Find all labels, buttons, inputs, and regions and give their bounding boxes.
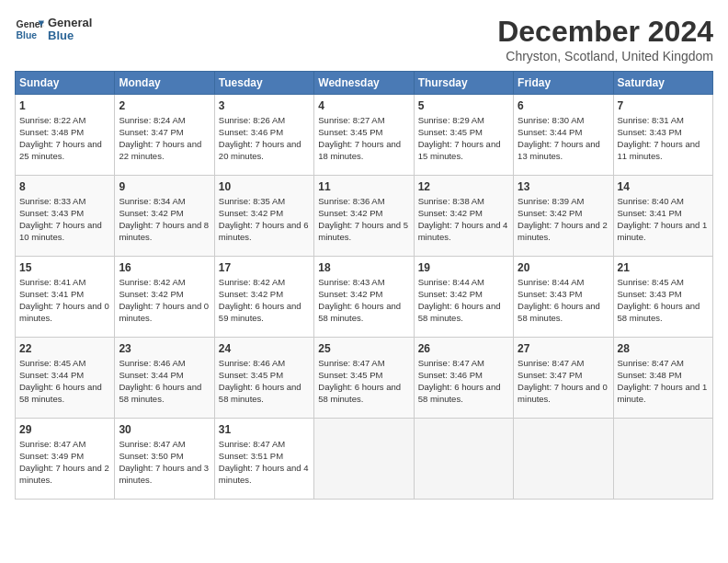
sunset-label: Sunset: 3:42 PM: [219, 208, 283, 218]
sunset-label: Sunset: 3:42 PM: [219, 289, 283, 299]
sunset-label: Sunset: 3:41 PM: [19, 289, 84, 299]
header-saturday: Saturday: [613, 72, 712, 95]
sunrise-label: Sunrise: 8:24 AM: [119, 115, 185, 125]
sunrise-label: Sunrise: 8:45 AM: [618, 277, 684, 287]
calendar-day-cell: 10 Sunrise: 8:35 AM Sunset: 3:42 PM Dayl…: [214, 176, 313, 257]
day-number: 6: [518, 98, 609, 113]
daylight-label: Daylight: 7 hours and 3 minutes.: [119, 463, 209, 485]
page-title: December 2024: [497, 15, 713, 49]
calendar-day-cell: 1 Sunrise: 8:22 AM Sunset: 3:48 PM Dayli…: [16, 95, 115, 176]
daylight-label: Daylight: 7 hours and 6 minutes.: [219, 220, 309, 242]
sunrise-label: Sunrise: 8:42 AM: [119, 277, 185, 287]
calendar-week-row: 1 Sunrise: 8:22 AM Sunset: 3:48 PM Dayli…: [16, 95, 713, 176]
sunset-label: Sunset: 3:45 PM: [418, 127, 483, 137]
day-number: 29: [19, 422, 110, 437]
sunrise-label: Sunrise: 8:46 AM: [219, 358, 285, 368]
calendar-day-cell: 12 Sunrise: 8:38 AM Sunset: 3:42 PM Dayl…: [414, 176, 513, 257]
sunrise-label: Sunrise: 8:29 AM: [418, 115, 484, 125]
daylight-label: Daylight: 7 hours and 18 minutes.: [318, 139, 401, 161]
header-monday: Monday: [115, 72, 214, 95]
sunset-label: Sunset: 3:43 PM: [518, 289, 582, 299]
sunset-label: Sunset: 3:48 PM: [19, 127, 84, 137]
day-number: 14: [618, 179, 709, 194]
sunset-label: Sunset: 3:45 PM: [318, 127, 382, 137]
calendar-day-cell: 22 Sunrise: 8:45 AM Sunset: 3:44 PM Dayl…: [16, 338, 115, 419]
calendar-day-cell: 25 Sunrise: 8:47 AM Sunset: 3:45 PM Dayl…: [314, 338, 414, 419]
calendar-day-cell: [514, 419, 613, 500]
calendar-week-row: 22 Sunrise: 8:45 AM Sunset: 3:44 PM Dayl…: [16, 338, 713, 419]
day-number: 15: [19, 260, 110, 275]
day-number: 5: [418, 98, 509, 113]
sunset-label: Sunset: 3:49 PM: [19, 451, 84, 461]
daylight-label: Daylight: 7 hours and 1 minute.: [618, 220, 708, 242]
sunrise-label: Sunrise: 8:35 AM: [219, 196, 285, 206]
svg-text:Blue: Blue: [17, 30, 38, 40]
calendar-day-cell: 9 Sunrise: 8:34 AM Sunset: 3:42 PM Dayli…: [115, 176, 214, 257]
sunset-label: Sunset: 3:42 PM: [318, 289, 382, 299]
sunset-label: Sunset: 3:50 PM: [119, 451, 183, 461]
day-number: 19: [418, 260, 509, 275]
day-number: 3: [219, 98, 310, 113]
logo-blue: Blue: [48, 29, 92, 42]
calendar-day-cell: 21 Sunrise: 8:45 AM Sunset: 3:43 PM Dayl…: [613, 257, 712, 338]
day-number: 16: [119, 260, 210, 275]
sunset-label: Sunset: 3:42 PM: [518, 208, 582, 218]
calendar-day-cell: 19 Sunrise: 8:44 AM Sunset: 3:42 PM Dayl…: [414, 257, 513, 338]
daylight-label: Daylight: 7 hours and 1 minute.: [618, 382, 708, 404]
calendar-day-cell: 15 Sunrise: 8:41 AM Sunset: 3:41 PM Dayl…: [16, 257, 115, 338]
daylight-label: Daylight: 7 hours and 4 minutes.: [219, 463, 309, 485]
header-thursday: Thursday: [414, 72, 513, 95]
header-sunday: Sunday: [16, 72, 115, 95]
sunset-label: Sunset: 3:48 PM: [618, 370, 682, 380]
day-number: 4: [318, 98, 409, 113]
calendar-day-cell: 11 Sunrise: 8:36 AM Sunset: 3:42 PM Dayl…: [314, 176, 414, 257]
sunset-label: Sunset: 3:43 PM: [618, 289, 682, 299]
daylight-label: Daylight: 7 hours and 2 minutes.: [19, 463, 109, 485]
calendar-week-row: 29 Sunrise: 8:47 AM Sunset: 3:49 PM Dayl…: [16, 419, 713, 500]
calendar-day-cell: 17 Sunrise: 8:42 AM Sunset: 3:42 PM Dayl…: [214, 257, 313, 338]
calendar-day-cell: 14 Sunrise: 8:40 AM Sunset: 3:41 PM Dayl…: [613, 176, 712, 257]
day-number: 13: [518, 179, 609, 194]
sunset-label: Sunset: 3:44 PM: [518, 127, 582, 137]
calendar-week-row: 15 Sunrise: 8:41 AM Sunset: 3:41 PM Dayl…: [16, 257, 713, 338]
calendar-day-cell: 30 Sunrise: 8:47 AM Sunset: 3:50 PM Dayl…: [115, 419, 214, 500]
sunset-label: Sunset: 3:43 PM: [19, 208, 84, 218]
sunrise-label: Sunrise: 8:33 AM: [19, 196, 85, 206]
calendar-day-cell: 5 Sunrise: 8:29 AM Sunset: 3:45 PM Dayli…: [414, 95, 513, 176]
sunrise-label: Sunrise: 8:40 AM: [618, 196, 684, 206]
day-number: 10: [219, 179, 310, 194]
daylight-label: Daylight: 7 hours and 0 minutes.: [19, 301, 109, 323]
calendar-day-cell: 3 Sunrise: 8:26 AM Sunset: 3:46 PM Dayli…: [214, 95, 313, 176]
sunrise-label: Sunrise: 8:34 AM: [119, 196, 185, 206]
sunset-label: Sunset: 3:44 PM: [119, 370, 183, 380]
day-number: 23: [119, 341, 210, 356]
sunset-label: Sunset: 3:42 PM: [119, 289, 183, 299]
daylight-label: Daylight: 7 hours and 11 minutes.: [618, 139, 700, 161]
daylight-label: Daylight: 6 hours and 58 minutes.: [318, 382, 401, 404]
daylight-label: Daylight: 6 hours and 58 minutes.: [418, 301, 501, 323]
sunset-label: Sunset: 3:42 PM: [418, 208, 483, 218]
calendar-day-cell: 13 Sunrise: 8:39 AM Sunset: 3:42 PM Dayl…: [514, 176, 613, 257]
sunrise-label: Sunrise: 8:30 AM: [518, 115, 584, 125]
sunset-label: Sunset: 3:47 PM: [119, 127, 183, 137]
sunrise-label: Sunrise: 8:44 AM: [518, 277, 584, 287]
day-number: 26: [418, 341, 509, 356]
daylight-label: Daylight: 7 hours and 0 minutes.: [518, 382, 608, 404]
day-number: 12: [418, 179, 509, 194]
daylight-label: Daylight: 6 hours and 58 minutes.: [19, 382, 102, 404]
sunset-label: Sunset: 3:51 PM: [219, 451, 283, 461]
calendar-day-cell: 8 Sunrise: 8:33 AM Sunset: 3:43 PM Dayli…: [16, 176, 115, 257]
calendar-day-cell: 27 Sunrise: 8:47 AM Sunset: 3:47 PM Dayl…: [514, 338, 613, 419]
sunset-label: Sunset: 3:42 PM: [119, 208, 183, 218]
calendar-day-cell: 7 Sunrise: 8:31 AM Sunset: 3:43 PM Dayli…: [613, 95, 712, 176]
calendar-day-cell: 4 Sunrise: 8:27 AM Sunset: 3:45 PM Dayli…: [314, 95, 414, 176]
logo-icon: General Blue: [15, 15, 44, 44]
sunrise-label: Sunrise: 8:46 AM: [119, 358, 185, 368]
sunrise-label: Sunrise: 8:26 AM: [219, 115, 285, 125]
sunrise-label: Sunrise: 8:44 AM: [418, 277, 484, 287]
sunset-label: Sunset: 3:42 PM: [318, 208, 382, 218]
day-number: 17: [219, 260, 310, 275]
daylight-label: Daylight: 7 hours and 15 minutes.: [418, 139, 501, 161]
sunrise-label: Sunrise: 8:47 AM: [618, 358, 684, 368]
day-number: 30: [119, 422, 210, 437]
